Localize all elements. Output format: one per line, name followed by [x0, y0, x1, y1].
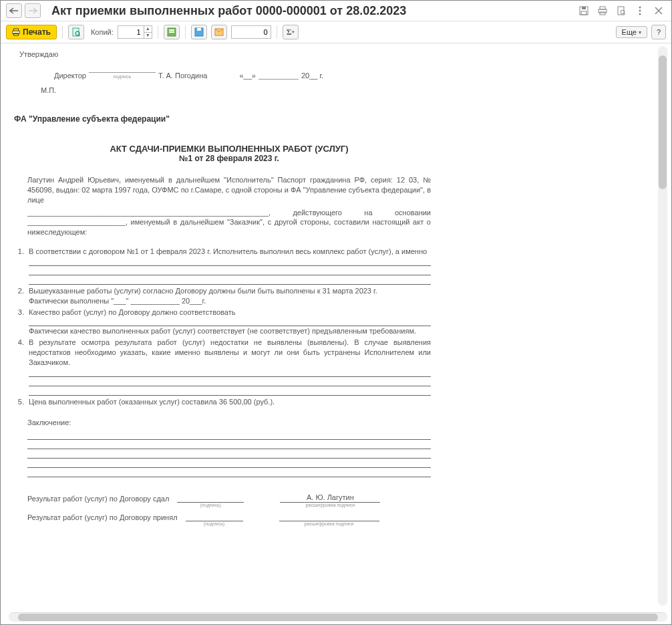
sign-sublabel: (подпись): [177, 503, 244, 507]
name-sublabel: расшифровка подписи: [279, 521, 379, 526]
save-icon[interactable]: [576, 3, 591, 18]
sign-sublabel: подпись: [89, 74, 156, 80]
print-button[interactable]: Печать: [6, 25, 57, 39]
scrollbar-thumb[interactable]: [18, 614, 658, 621]
approve-label: Утверждаю: [19, 50, 431, 58]
sign-accepted-label: Результат работ (услуг) по Договору прин…: [27, 513, 178, 521]
svg-rect-22: [197, 28, 201, 31]
save-button[interactable]: [191, 25, 207, 39]
svg-rect-19: [169, 29, 174, 31]
titlebar: Акт приемки выполненных работ 0000-00000…: [1, 1, 671, 21]
toolbar: Печать Копий: ▲▼ Σ ▾: [1, 21, 671, 43]
template-button[interactable]: [164, 25, 180, 39]
preview-button[interactable]: [68, 25, 84, 39]
more-button-label: Еще: [622, 28, 637, 36]
sign-sublabel: (подпись): [186, 521, 243, 526]
separator: [185, 25, 186, 39]
svg-rect-20: [169, 31, 174, 33]
mp-label: М.П.: [41, 86, 431, 94]
document-page: Утверждаю Директор подпись Т. А. Погодин…: [9, 43, 436, 548]
horizontal-scrollbar[interactable]: [9, 612, 667, 622]
copies-label: Копий:: [91, 28, 114, 36]
svg-rect-1: [582, 7, 586, 9]
date-year: 20__ г.: [301, 72, 323, 80]
point-5: Цена выполненных работ (оказанных услуг)…: [26, 397, 431, 407]
help-button[interactable]: ?: [651, 25, 666, 39]
help-label: ?: [657, 28, 661, 36]
back-button[interactable]: [6, 3, 22, 18]
point-3: Качество работ (услуг) по Договору должн…: [26, 307, 431, 337]
copies-spinner[interactable]: ▲▼: [144, 25, 152, 39]
mail-button[interactable]: [211, 25, 227, 39]
app-window: Акт приемки выполненных работ 0000-00000…: [0, 0, 672, 625]
count-input[interactable]: [231, 25, 271, 39]
sign-delivered-name: А. Ю. Лагутин: [307, 493, 354, 501]
svg-rect-2: [581, 11, 586, 15]
separator: [277, 25, 277, 39]
vertical-scrollbar[interactable]: [658, 46, 667, 606]
forward-button[interactable]: [25, 3, 41, 18]
doc-title: АКТ СДАЧИ-ПРИЕМКИ ВЫПОЛНЕННЫХ РАБОТ (УСЛ…: [27, 144, 431, 154]
preamble-1: Лагутин Андрей Юрьевич, именуемый в даль…: [27, 175, 431, 205]
name-sublabel: расшифровка подписи: [280, 503, 380, 507]
point-4: В результате осмотра результата работ (у…: [26, 338, 431, 396]
separator: [158, 25, 158, 39]
separator: [62, 25, 63, 39]
more-button[interactable]: Еще ▾: [616, 26, 647, 38]
doc-subtitle: №1 от 28 февраля 2023 г.: [27, 154, 431, 163]
window-title: Акт приемки выполненных работ 0000-00000…: [51, 4, 574, 18]
director-label: Директор: [54, 72, 86, 80]
preview-icon[interactable]: [614, 3, 629, 18]
svg-rect-12: [14, 29, 19, 31]
document-viewport[interactable]: Утверждаю Директор подпись Т. А. Погодин…: [9, 43, 657, 608]
svg-point-11: [639, 13, 641, 15]
print-button-label: Печать: [23, 27, 51, 37]
point-2: Вышеуказанные работы (услуги) согласно Д…: [26, 286, 431, 306]
more-menu-icon[interactable]: [633, 3, 647, 18]
svg-point-10: [639, 10, 641, 12]
close-icon[interactable]: [651, 3, 666, 18]
director-name: Т. А. Погодина: [158, 72, 208, 80]
svg-point-9: [639, 7, 641, 9]
sign-delivered-label: Результат работ (услуг) по Договору сдал: [27, 495, 169, 503]
date-open: «__»: [239, 72, 255, 80]
point-1: В соответствии с договором №1 от 1 февра…: [26, 247, 431, 285]
print-icon[interactable]: [595, 3, 610, 18]
preamble-2: ________________________________________…: [27, 208, 431, 238]
scrollbar-thumb[interactable]: [659, 55, 667, 189]
copies-input[interactable]: [118, 25, 144, 39]
conclusion-label: Заключение:: [27, 418, 431, 428]
svg-rect-3: [600, 7, 605, 9]
sum-button[interactable]: Σ ▾: [283, 25, 299, 39]
org-name: ФА "Управление субъекта федерации": [14, 114, 431, 124]
